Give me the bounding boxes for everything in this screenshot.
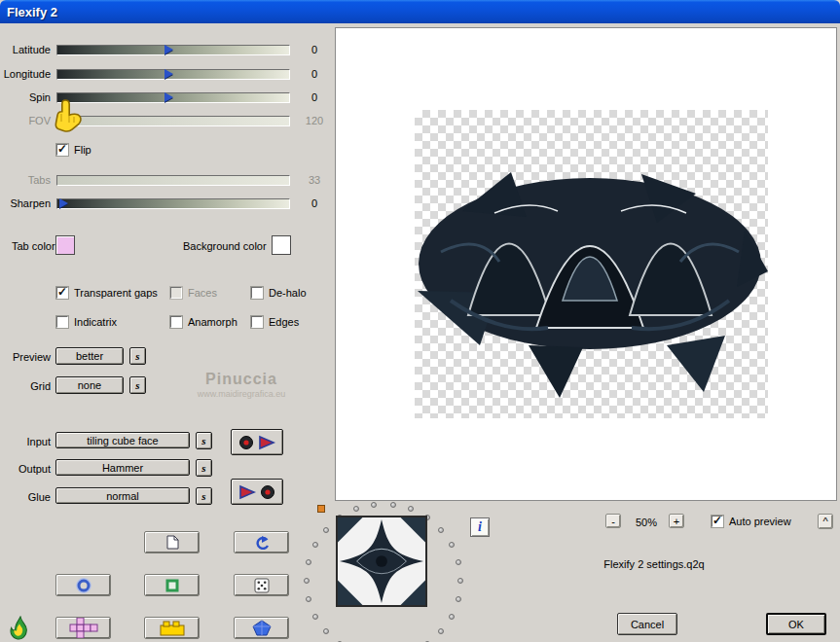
preview-label: Preview (0, 351, 51, 363)
tile-thumbnail[interactable] (336, 516, 427, 607)
tabs-slider[interactable] (56, 175, 290, 186)
faces-checkbox-box (170, 287, 182, 299)
anamorph-checkbox[interactable]: Anamorph (170, 315, 237, 329)
edges-checkbox-label: Edges (269, 316, 299, 328)
fov-value: 120 (298, 115, 331, 126)
auto-preview-checkbox-box[interactable] (712, 516, 723, 527)
lego-brick-icon (160, 619, 185, 637)
expand-button[interactable]: ^ (818, 514, 833, 529)
info-button[interactable]: i (470, 517, 490, 537)
latitude-slider-marker[interactable] (164, 45, 173, 54)
undo-arrow-icon (253, 535, 271, 550)
copy-settings-button[interactable] (144, 531, 200, 553)
play-render-button[interactable] (231, 479, 283, 505)
faces-checkbox-label: Faces (188, 287, 217, 299)
cancel-button[interactable]: Cancel (617, 613, 677, 635)
latitude-label: Latitude (0, 44, 51, 55)
dehalo-checkbox[interactable]: De-halo (251, 286, 307, 300)
title-bar[interactable]: Flexify 2 (0, 0, 840, 23)
longitude-value: 0 (298, 68, 331, 80)
input-label: Input (0, 436, 51, 447)
flexify2-dialog: Flexify 2 Latitude 0 Longitude 0 Spin 0 … (0, 0, 840, 642)
spin-slider[interactable] (56, 92, 290, 103)
flip-checkbox-label: Flip (74, 144, 91, 156)
dice-icon (253, 577, 271, 594)
glue-label: Glue (0, 491, 51, 503)
latitude-slider[interactable] (56, 45, 290, 55)
sharpen-label: Sharpen (0, 197, 51, 209)
longitude-slider[interactable] (56, 69, 290, 80)
cube-net-button[interactable] (55, 617, 111, 639)
preview-memory-button[interactable]: s (129, 347, 146, 365)
grid-mode-button[interactable]: none (55, 376, 124, 394)
sharpen-value: 0 (298, 197, 331, 209)
gem-button[interactable] (234, 617, 289, 639)
lens-play-icon (237, 434, 277, 451)
input-memory-button[interactable]: s (196, 432, 212, 449)
dehalo-checkbox-label: De-halo (269, 287, 307, 299)
play-lens-icon (237, 483, 277, 501)
window-title: Flexify 2 (7, 5, 57, 19)
sharpen-slider[interactable] (56, 198, 290, 209)
glue-memory-button[interactable]: s (196, 487, 212, 505)
dial-marker (317, 505, 325, 513)
flip-checkbox[interactable]: Flip (56, 143, 91, 157)
tile-thumbnail-image (338, 517, 425, 605)
fov-slider-row: FOV 120 (0, 114, 331, 129)
auto-preview-checkbox[interactable]: Auto preview (712, 515, 791, 528)
randomize-button[interactable] (234, 574, 289, 596)
longitude-slider-row: Longitude 0 (0, 67, 331, 83)
output-memory-button[interactable]: s (196, 459, 212, 477)
page-icon (164, 534, 181, 551)
grid-label: Grid (0, 380, 51, 392)
glue-mode-button[interactable]: normal (55, 487, 190, 504)
zoom-out-button[interactable]: - (605, 514, 621, 528)
indicatrix-checkbox-label: Indicatrix (74, 316, 117, 328)
flip-checkbox-box[interactable] (56, 144, 68, 156)
undo-button[interactable] (234, 531, 289, 553)
anamorph-checkbox-label: Anamorph (188, 316, 237, 328)
spin-slider-row: Spin 0 (0, 90, 331, 106)
spin-slider-marker[interactable] (164, 92, 173, 102)
spin-value: 0 (298, 91, 331, 103)
zoom-in-button[interactable]: + (669, 514, 684, 528)
brick-button[interactable] (144, 617, 200, 639)
blue-gem-icon (251, 619, 273, 637)
indicatrix-checkbox-box[interactable] (56, 316, 68, 328)
background-color-swatch[interactable] (272, 235, 291, 255)
background-color-label: Background color (183, 240, 267, 252)
frame-options-button[interactable] (144, 574, 200, 596)
spin-label: Spin (0, 91, 51, 103)
auto-preview-checkbox-label: Auto preview (729, 516, 791, 527)
latitude-value: 0 (298, 44, 331, 55)
transparent-gaps-checkbox[interactable]: Transparent gaps (56, 286, 158, 300)
output-projection-button[interactable]: Hammer (55, 459, 190, 476)
transparent-gaps-checkbox-label: Transparent gaps (74, 287, 158, 299)
input-shape-button[interactable]: tiling cube face (55, 432, 190, 448)
lens-options-button[interactable] (55, 574, 111, 596)
longitude-slider-marker[interactable] (164, 69, 173, 79)
dehalo-checkbox-box[interactable] (251, 287, 263, 299)
anamorph-checkbox-box[interactable] (170, 316, 182, 328)
tab-color-swatch[interactable] (55, 235, 75, 255)
grid-memory-button[interactable]: s (129, 376, 146, 394)
fov-slider[interactable] (56, 116, 290, 126)
settings-file-name: Flexify 2 settings.q2q (581, 558, 727, 570)
indicatrix-checkbox[interactable]: Indicatrix (56, 315, 117, 329)
green-square-icon (164, 577, 181, 594)
ok-button[interactable]: OK (766, 613, 826, 635)
tabs-value: 33 (298, 174, 331, 186)
tabs-label: Tabs (0, 174, 51, 186)
edges-checkbox[interactable]: Edges (251, 315, 299, 329)
sharpen-slider-marker[interactable] (59, 198, 68, 208)
hammer-projection-artwork (412, 155, 768, 406)
preview-mode-button[interactable]: better (55, 347, 124, 365)
edges-checkbox-box[interactable] (251, 316, 263, 328)
transparent-gaps-checkbox-box[interactable] (56, 287, 68, 299)
preview-panel (335, 27, 837, 501)
zoom-level: 50% (629, 517, 664, 528)
watermark-url: www.maidiregrafica.eu (178, 389, 305, 399)
faces-checkbox: Faces (170, 286, 217, 300)
tabs-slider-row: Tabs 33 (0, 173, 331, 189)
render-preview-button[interactable] (231, 429, 283, 455)
